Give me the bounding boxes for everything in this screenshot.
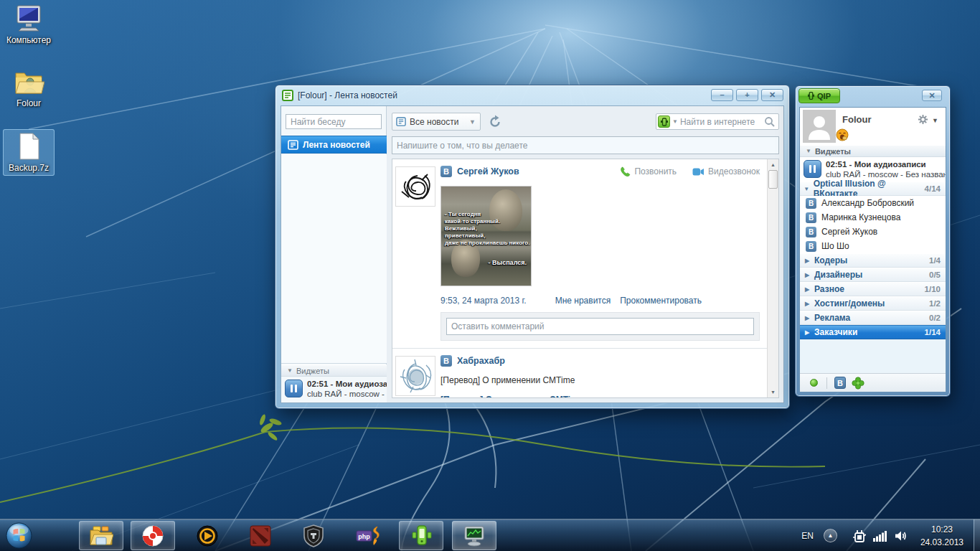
show-hidden-icons-button[interactable]: ▲ xyxy=(824,529,837,542)
group-name: Дизайнеры xyxy=(814,270,862,280)
contact-row[interactable]: B Сергей Жуков xyxy=(800,225,946,239)
close-button[interactable]: ✕ xyxy=(761,89,783,101)
yawning-smiley-icon[interactable] xyxy=(836,128,849,141)
minimize-button[interactable]: – xyxy=(711,89,733,101)
contact-group-clients[interactable]: ▶ Заказчики 1/14 xyxy=(800,325,946,339)
scroll-up-icon[interactable]: ▲ xyxy=(768,160,778,169)
group-count: 1/10 xyxy=(925,285,941,293)
network-signal-icon[interactable] xyxy=(873,530,887,542)
conversation-search-input[interactable] xyxy=(286,114,382,129)
video-call-button[interactable]: Видеозвонок xyxy=(692,166,760,176)
clock-time: 10:23 xyxy=(920,523,963,536)
news-feed-window: [Folour] - Лента новостей – + ✕ Лента но… xyxy=(275,85,790,409)
contact-group-misc[interactable]: ▶ Разное 1/10 xyxy=(800,282,946,296)
feed-scrollbar[interactable]: ▲ ▼ xyxy=(767,159,778,397)
language-indicator[interactable]: EN xyxy=(801,531,814,541)
vk-icon: B xyxy=(806,241,816,252)
scribble-avatar-icon xyxy=(396,167,436,207)
pause-icon[interactable] xyxy=(285,380,303,397)
post-article-link[interactable]: [Перевод] О применении CMTime xyxy=(440,395,760,397)
online-status-icon[interactable] xyxy=(810,379,818,387)
desktop-icon-computer[interactable]: Компьютер xyxy=(3,4,55,45)
scrollbar-thumb[interactable] xyxy=(768,170,778,189)
chevron-down-icon[interactable]: ▼ xyxy=(672,118,678,125)
feed-post: B Хабрахабр [Перевод] О применении CMTim… xyxy=(392,349,767,397)
taskbar-phpstorm-button[interactable]: php xyxy=(346,521,390,550)
taskbar: php EN ▲ xyxy=(0,519,980,551)
panel-close-button[interactable]: ✕ xyxy=(922,90,942,101)
desktop-icon-folour[interactable]: Folour xyxy=(3,67,55,108)
contact-group-optical-illusion[interactable]: ▼ Optical Illusion @ ВКонтакте 4/14 xyxy=(800,182,946,196)
qip-contact-panel: QIP ✕ Folour ▼ xyxy=(795,85,951,397)
contact-group-hosting[interactable]: ▶ Хостинг/домены 1/2 xyxy=(800,296,946,311)
explorer-icon xyxy=(89,525,113,547)
show-desktop-button[interactable] xyxy=(974,519,980,551)
qip-menu-button[interactable]: QIP xyxy=(798,88,840,103)
contact-row[interactable]: B Александр Бобровский xyxy=(800,196,946,210)
taskbar-yandex-browser-button[interactable] xyxy=(131,521,175,550)
taskbar-explorer-button[interactable] xyxy=(79,521,123,550)
chevron-down-icon[interactable]: ▼ xyxy=(932,117,938,124)
scroll-down-icon[interactable]: ▼ xyxy=(768,387,778,397)
contact-group-coders[interactable]: ▶ Кодеры 1/4 xyxy=(800,253,946,268)
desktop-icon-backup[interactable]: Backup.7z xyxy=(3,129,55,176)
avatar[interactable] xyxy=(395,166,435,207)
search-icon[interactable] xyxy=(764,116,776,128)
contact-row[interactable]: B Маринка Кузнецова xyxy=(800,210,946,225)
post-author[interactable]: Хабрахабр xyxy=(457,356,505,366)
vk-account-icon[interactable]: B xyxy=(834,377,846,389)
contact-group-designers[interactable]: ▶ Дизайнеры 0/5 xyxy=(800,268,946,282)
feed-filter-dropdown[interactable]: Все новости ▼ xyxy=(392,113,481,131)
meme-caption-bottom: - Выспался. xyxy=(489,259,527,267)
maximize-button[interactable]: + xyxy=(736,89,758,101)
contact-row[interactable]: B Шо Шо xyxy=(800,239,946,253)
start-button[interactable] xyxy=(6,522,32,549)
desktop-icon-label: Folour xyxy=(3,98,55,108)
qip-search-provider-icon[interactable] xyxy=(658,116,670,128)
collapse-arrow-icon: ▼ xyxy=(806,148,811,154)
contact-group-ads[interactable]: ▶ Реклама 0/2 xyxy=(800,311,946,325)
person-silhouette-icon xyxy=(803,110,836,143)
refresh-button[interactable] xyxy=(488,115,502,129)
sidebar-item-label: Лента новостей xyxy=(303,140,370,150)
internet-search-box[interactable]: ▼ xyxy=(656,113,779,130)
avatar[interactable] xyxy=(395,356,435,396)
vk-icon: B xyxy=(440,355,452,367)
profile-name[interactable]: Folour xyxy=(842,114,871,125)
expand-arrow-icon: ▶ xyxy=(800,301,814,307)
post-author[interactable]: Сергей Жуков xyxy=(457,166,519,176)
feed-list: B Сергей Жуков Позвонить xyxy=(392,159,779,398)
taskbar-qip-infium-window-button[interactable] xyxy=(452,521,496,550)
taskbar-qip-button[interactable] xyxy=(399,521,443,550)
window-icon xyxy=(282,90,293,101)
gear-icon[interactable] xyxy=(918,114,928,125)
taskbar-aimp-button[interactable] xyxy=(185,521,230,550)
call-button[interactable]: Позвонить xyxy=(620,166,677,177)
audio-player-widget[interactable]: 02:51 - Мои аудиозаписи club RAЙ - mosco… xyxy=(281,377,387,402)
comment-link[interactable]: Прокомментировать xyxy=(620,296,702,306)
meme-image[interactable]: - Ты сегодня какой-то странный. Вежливый… xyxy=(440,186,532,286)
audio-player-widget[interactable]: 02:51 - Мои аудиозаписи club RAЙ - mosco… xyxy=(800,157,946,182)
pause-icon[interactable] xyxy=(804,160,821,178)
power-plug-icon[interactable] xyxy=(853,529,866,543)
profile-avatar[interactable] xyxy=(803,110,836,143)
sidebar-item-news-feed[interactable]: Лента новостей xyxy=(281,136,387,154)
volume-icon[interactable] xyxy=(895,530,908,542)
phone-icon xyxy=(620,166,631,177)
clover-icon[interactable] xyxy=(852,377,864,390)
window-content: Лента новостей ▼ Виджеты 02:51 - Мои ауд… xyxy=(281,105,784,403)
video-call-label: Видеозвонок xyxy=(708,166,760,176)
vk-icon: B xyxy=(440,166,452,177)
status-update-input[interactable] xyxy=(392,136,779,154)
call-label: Позвонить xyxy=(634,166,677,176)
internet-search-input[interactable] xyxy=(680,117,764,127)
like-link[interactable]: Мне нравится xyxy=(555,296,611,306)
sidebar-widgets-header[interactable]: ▼ Виджеты xyxy=(281,364,387,377)
conversation-list-empty[interactable] xyxy=(281,154,387,364)
taskbar-dota2-button[interactable] xyxy=(238,521,283,550)
panel-widgets-header[interactable]: ▼ Виджеты xyxy=(800,145,946,157)
comment-input[interactable] xyxy=(446,318,754,335)
taskbar-wot-button[interactable] xyxy=(291,521,336,550)
taskbar-clock[interactable]: 10:23 24.03.2013 xyxy=(920,523,963,549)
window-titlebar[interactable]: [Folour] - Лента новостей – + ✕ xyxy=(275,85,789,105)
